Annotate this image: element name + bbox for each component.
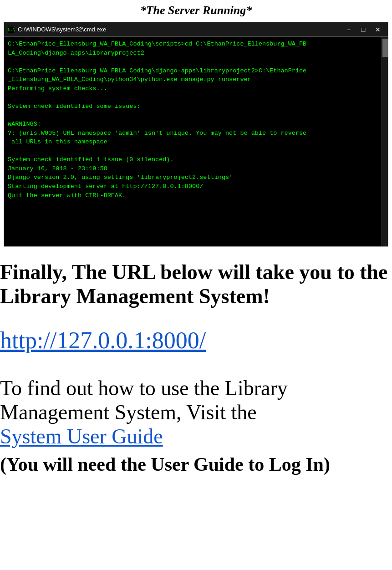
cmd-minimize-button[interactable]: − bbox=[342, 24, 355, 35]
cmd-output: C:\EthanPrice_Ellensburg_WA_FBLA_Coding\… bbox=[8, 40, 384, 200]
main-content: Finally, The URL below will take you to … bbox=[0, 247, 392, 485]
cmd-maximize-button[interactable]: □ bbox=[357, 24, 370, 35]
cmd-app-icon: C:\ bbox=[8, 26, 15, 33]
cmd-window-controls: − □ ✕ bbox=[342, 24, 384, 35]
cmd-body: C:\EthanPrice_Ellensburg_WA_FBLA_Coding\… bbox=[4, 37, 388, 246]
login-note: (You will need the User Guide to Log In) bbox=[0, 453, 392, 476]
cmd-window: C:\ C:\WINDOWS\system32\cmd.exe − □ ✕ C:… bbox=[4, 22, 388, 247]
description-heading: Finally, The URL below will take you to … bbox=[0, 260, 392, 309]
cmd-close-button[interactable]: ✕ bbox=[372, 24, 384, 35]
system-guide-link[interactable]: System User Guide bbox=[0, 425, 163, 448]
cmd-scrollbar[interactable] bbox=[382, 37, 388, 246]
server-url-link[interactable]: http://127.0.0.1:8000/ bbox=[0, 327, 206, 354]
cmd-titlebar: C:\ C:\WINDOWS\system32\cmd.exe − □ ✕ bbox=[4, 22, 388, 37]
page-title: *The Server Running* bbox=[0, 0, 392, 22]
cmd-window-title: C:\WINDOWS\system32\cmd.exe bbox=[18, 26, 106, 33]
bottom-description: To find out how to use the Library Manag… bbox=[0, 377, 392, 449]
cmd-titlebar-left: C:\ C:\WINDOWS\system32\cmd.exe bbox=[8, 26, 106, 33]
cmd-scrollbar-thumb bbox=[382, 39, 388, 57]
